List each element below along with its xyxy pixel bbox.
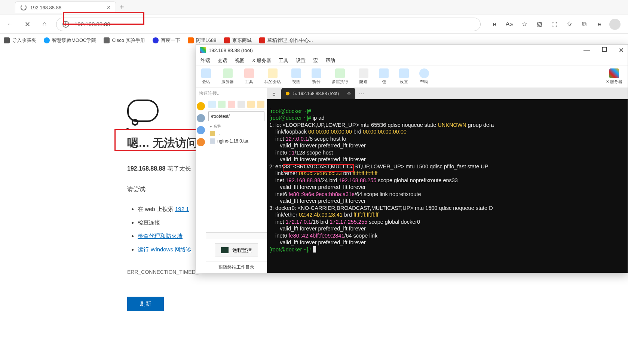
menu-view[interactable]: 视图	[235, 57, 245, 64]
address-bar[interactable]: i 192.168.88.88	[56, 18, 481, 31]
collections-icon[interactable]: ⧉	[579, 19, 589, 29]
tool-multiexec[interactable]: 多重执行	[332, 68, 348, 85]
browser-tab[interactable]: 192.168.88.88 ×	[15, 1, 116, 13]
tool-packages[interactable]: 包	[379, 68, 389, 85]
fs-item-up[interactable]: ..	[206, 130, 267, 137]
menu-help[interactable]: 帮助	[325, 57, 335, 64]
tool-split[interactable]: 拆分	[312, 68, 321, 85]
tool-help[interactable]: 帮助	[419, 68, 429, 85]
ssh-tab-close-icon[interactable]: ⊗	[347, 91, 351, 96]
window-close-button[interactable]: ✕	[619, 46, 624, 54]
terminal-titlebar[interactable]: 192.168.88.88 (root) ✕	[196, 45, 628, 56]
upload-icon[interactable]	[228, 101, 235, 108]
tool-servers[interactable]: 服务器	[221, 68, 234, 85]
tab-overflow-icon[interactable]: ⋯	[358, 90, 364, 97]
tools-icon	[244, 68, 254, 78]
terminal-output[interactable]: [root@docker ~]# [root@docker ~]# ip ad …	[267, 99, 628, 273]
window-title: 192.168.88.88 (root)	[209, 48, 253, 53]
tool-session[interactable]: 会话	[201, 68, 211, 85]
menu-session[interactable]: 会话	[218, 57, 227, 64]
sidebar-vertical-strip	[196, 99, 206, 273]
tab-close-icon[interactable]: ×	[107, 4, 110, 11]
tab-title: 192.168.88.88	[30, 5, 61, 10]
cisco-icon	[104, 37, 110, 43]
edge-icon[interactable]: e	[594, 19, 604, 29]
new-tab-button[interactable]: +	[120, 3, 124, 12]
terminal-home-tab[interactable]: ⌂	[267, 88, 281, 99]
puzzle-icon[interactable]: ⬚	[549, 19, 559, 29]
window-minimize-button[interactable]	[583, 46, 590, 54]
menu-tools[interactable]: 工具	[279, 57, 288, 64]
bookmark-import[interactable]: 导入收藏夹	[4, 37, 36, 44]
menu-settings[interactable]: 设置	[296, 57, 306, 64]
stop-button[interactable]: ✕	[22, 19, 33, 30]
back-button[interactable]: ←	[4, 19, 16, 30]
home-button[interactable]: ⌂	[39, 19, 50, 30]
bookmark-draft[interactable]: 草稿管理_创作中心...	[259, 37, 313, 44]
path-input[interactable]: /root/test/	[208, 111, 264, 121]
nav-right-icons: e A» ☆ ▧ ⬚ ✩ ⧉ e	[487, 19, 624, 30]
fs-scrollbar[interactable]	[206, 232, 267, 239]
url-text: 192.168.88.88	[74, 21, 110, 27]
ssh-tab[interactable]: 5. 192.168.88.88 (root) ⊗	[281, 88, 355, 99]
follow-terminal-label[interactable]: 跟随终端工作目录	[206, 261, 267, 273]
file-icon	[210, 138, 215, 144]
terminal-tab-row: ⌂ 5. 192.168.88.88 (root) ⊗ ⋯	[267, 88, 628, 99]
fire-tab-icon[interactable]	[197, 138, 205, 146]
star-tab-icon[interactable]	[197, 102, 205, 110]
baidu-icon	[153, 37, 159, 43]
tool-mysessions[interactable]: 我的会话	[264, 68, 281, 85]
ssh-tab-label: 5. 192.168.88.88 (root)	[293, 91, 339, 96]
import-icon	[4, 37, 10, 43]
tool-tunnel[interactable]: 隧道	[359, 68, 368, 85]
browser-tab-bar: 192.168.88.88 × +	[0, 0, 628, 15]
send-tab-icon[interactable]	[197, 126, 205, 134]
ie-mode-icon[interactable]: e	[490, 19, 499, 29]
sidebar-panel: 快速连接... /roo	[196, 88, 267, 273]
extensions-icon[interactable]: ▧	[534, 19, 544, 29]
diagnostics-link[interactable]: 运行 Windows 网络诊	[138, 246, 192, 253]
window-maximize-button[interactable]	[602, 46, 607, 54]
icon-4[interactable]	[238, 101, 245, 108]
menu-macros[interactable]: 宏	[313, 57, 318, 64]
bookmark-1688[interactable]: 阿里1688	[188, 37, 217, 44]
quick-connect-input[interactable]: 快速连接...	[196, 88, 267, 99]
favorite-icon[interactable]: ☆	[520, 19, 529, 29]
tool-settings[interactable]: 设置	[399, 68, 409, 85]
bookmark-jd[interactable]: 京东商城	[224, 37, 252, 44]
xserver-icon	[609, 68, 619, 78]
globe-tab-icon[interactable]	[197, 114, 205, 122]
favorites-list-icon[interactable]: ✩	[564, 19, 574, 29]
site-info-icon[interactable]: i	[62, 21, 69, 28]
profile-avatar[interactable]	[609, 19, 621, 30]
menu-terminal[interactable]: 终端	[200, 57, 210, 64]
session-icon	[201, 68, 211, 78]
icon-1[interactable]	[208, 101, 216, 108]
tool-xserver[interactable]: X 服务器	[606, 68, 622, 85]
remote-monitor-button[interactable]: 远程监控	[215, 244, 258, 257]
menu-xserver[interactable]: X 服务器	[252, 57, 271, 64]
bookmark-baidu[interactable]: 百度一下	[153, 37, 180, 44]
alibaba-icon	[188, 37, 194, 43]
read-aloud-icon[interactable]: A»	[505, 19, 514, 29]
servers-icon	[223, 68, 233, 78]
help-icon	[419, 68, 429, 78]
fs-item-nginx[interactable]: nginx-1.16.0.tar.	[206, 137, 267, 145]
thought-bubble-icon	[127, 100, 159, 122]
bookmark-cisco[interactable]: Cisco 实验手册	[104, 37, 145, 44]
draft-icon	[259, 37, 265, 43]
folder-up-icon	[210, 131, 215, 136]
newfolder-icon[interactable]	[257, 101, 264, 108]
tool-view[interactable]: 视图	[291, 68, 301, 85]
search-link[interactable]: 192 1	[175, 206, 189, 212]
fs-header-name: 名称	[213, 124, 221, 128]
tool-tools[interactable]: 工具	[244, 68, 254, 85]
jd-icon	[224, 37, 230, 43]
refresh-button[interactable]: 刷新	[127, 297, 164, 311]
bookmark-mooc[interactable]: 智慧职教MOOC学院	[44, 37, 96, 44]
folder-icon[interactable]	[247, 101, 255, 108]
download-icon[interactable]	[218, 101, 226, 108]
view-icon	[291, 68, 301, 78]
proxy-link[interactable]: 检查代理和防火墙	[138, 233, 183, 239]
file-toolbar	[206, 99, 267, 110]
